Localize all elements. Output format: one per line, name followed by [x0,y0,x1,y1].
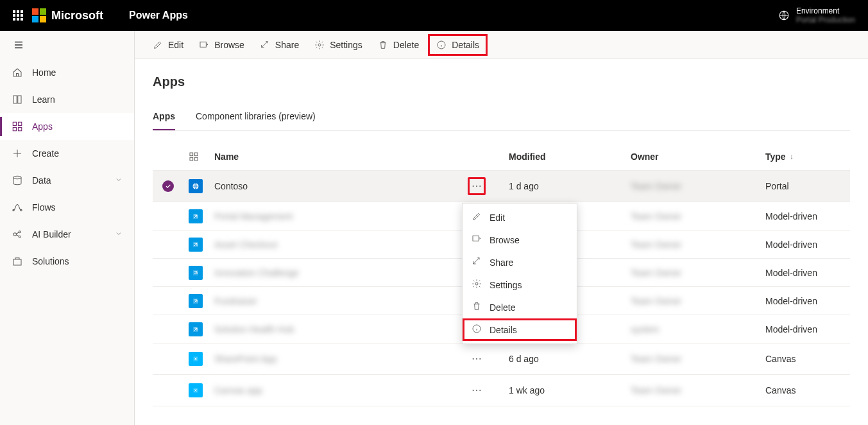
owner-cell: Team Owner [631,268,681,278]
owner-cell: Team Owner [631,296,681,306]
app-name: Contoso [214,181,248,191]
sidebar-item-apps[interactable]: Apps [0,113,134,140]
app-type-icon [189,266,203,280]
tab-component-libraries[interactable]: Component libraries (preview) [196,107,316,130]
row-more-button[interactable] [468,381,486,399]
tab-apps[interactable]: Apps [153,107,175,130]
microsoft-logo: Microsoft [32,8,103,22]
menu-item-label: Delete [489,302,515,313]
left-nav: HomeLearnAppsCreateDataFlowsAI BuilderSo… [0,31,135,425]
settings-label: Settings [330,40,362,50]
plus-icon [12,148,23,159]
table-header: Name Modified Owner Type ↓ [153,143,850,171]
svg-rect-1 [13,122,16,125]
environment-name: Portal Production [796,15,855,24]
header-type[interactable]: Type ↓ [760,145,850,168]
page-title: Apps [153,74,850,89]
menu-item-browse[interactable]: Browse [463,229,577,251]
settings-icon [472,279,482,291]
app-type-icon [189,179,203,193]
svg-point-12 [318,44,321,46]
sidebar-item-learn[interactable]: Learn [0,86,134,113]
book-icon [12,94,23,105]
menu-item-details[interactable]: Details [463,318,577,341]
header-name[interactable]: Name [209,145,463,168]
app-name: Canvas app [214,385,262,395]
owner-cell: Team Owner [631,211,681,221]
sidebar-item-label: Solutions [32,256,69,266]
modified-cell: 6 d ago [509,354,539,364]
command-bar: Edit Browse Share Settings Delete Detail… [135,31,868,59]
app-type-icon [189,383,203,397]
collapse-nav-button[interactable] [0,31,134,59]
delete-label: Delete [393,40,419,50]
owner-cell: Team Owner [631,354,681,364]
svg-point-8 [13,233,17,236]
app-type-icon [189,352,203,366]
share-label: Share [275,40,299,50]
sidebar-item-label: Learn [32,94,55,105]
sidebar-item-data[interactable]: Data [0,167,134,194]
sidebar-item-home[interactable]: Home [0,59,134,86]
settings-button[interactable]: Settings [308,36,369,54]
chevron-down-icon [115,175,123,186]
details-icon [472,324,482,336]
ai-icon [12,229,23,240]
row-more-button[interactable] [468,350,486,368]
environment-selector[interactable]: Environment Portal Production [778,6,862,24]
app-launcher-icon[interactable] [13,10,23,21]
table-row[interactable]: SharePoint App6 d agoTeam OwnerCanvas [153,343,850,375]
header-icon-col [183,145,209,168]
sidebar-item-flows[interactable]: Flows [0,194,134,221]
sidebar-item-label: Apps [32,121,53,132]
details-button[interactable]: Details [428,34,488,56]
edit-button[interactable]: Edit [146,36,190,54]
table-row[interactable]: Contoso1 d agoTeam OwnerPortal [153,171,850,202]
menu-item-delete[interactable]: Delete [463,296,577,318]
tabs: Apps Component libraries (preview) [153,107,850,131]
sidebar-item-solutions[interactable]: Solutions [0,248,134,275]
top-header: Microsoft Power Apps Environment Portal … [0,0,868,31]
header-owner[interactable]: Owner [625,145,760,168]
share-button[interactable]: Share [253,36,305,54]
menu-item-label: Browse [489,235,520,245]
edit-icon [472,211,482,223]
owner-cell: Team Owner [631,239,681,250]
app-name: Innovation Challenge [214,268,299,278]
details-label: Details [452,40,479,50]
app-name: Portal Management [214,211,293,221]
menu-item-label: Settings [489,280,522,290]
edit-label: Edit [168,40,183,50]
app-name: SharePoint App [214,354,277,364]
sidebar-item-label: AI Builder [32,229,71,239]
svg-point-36 [475,282,478,285]
owner-cell: system [631,324,659,334]
app-name: Solution Health Hub [214,324,294,334]
svg-point-9 [19,231,21,233]
type-cell: Model-driven [765,239,817,250]
sidebar-item-ai-builder[interactable]: AI Builder [0,221,134,248]
share-icon [472,256,482,268]
delete-button[interactable]: Delete [371,36,425,54]
svg-rect-35 [473,236,479,241]
row-more-button[interactable] [468,177,486,195]
svg-rect-2 [19,122,22,125]
menu-item-edit[interactable]: Edit [463,206,577,229]
menu-item-settings[interactable]: Settings [463,273,577,296]
data-icon [12,175,23,186]
table-row[interactable]: Canvas app1 wk agoTeam OwnerCanvas [153,375,850,406]
type-cell: Model-driven [765,324,817,334]
row-selected-check-icon[interactable] [162,180,174,192]
header-modified[interactable]: Modified [504,145,625,168]
sidebar-item-label: Data [32,175,51,186]
sort-down-icon: ↓ [790,152,794,161]
menu-item-share[interactable]: Share [463,251,577,273]
svg-point-28 [473,358,474,360]
svg-point-5 [13,176,21,179]
owner-cell: Team Owner [631,181,681,191]
svg-point-34 [479,390,481,391]
sidebar-item-create[interactable]: Create [0,140,134,167]
svg-point-19 [473,186,474,187]
browse-button[interactable]: Browse [192,36,251,54]
home-icon [12,67,23,78]
